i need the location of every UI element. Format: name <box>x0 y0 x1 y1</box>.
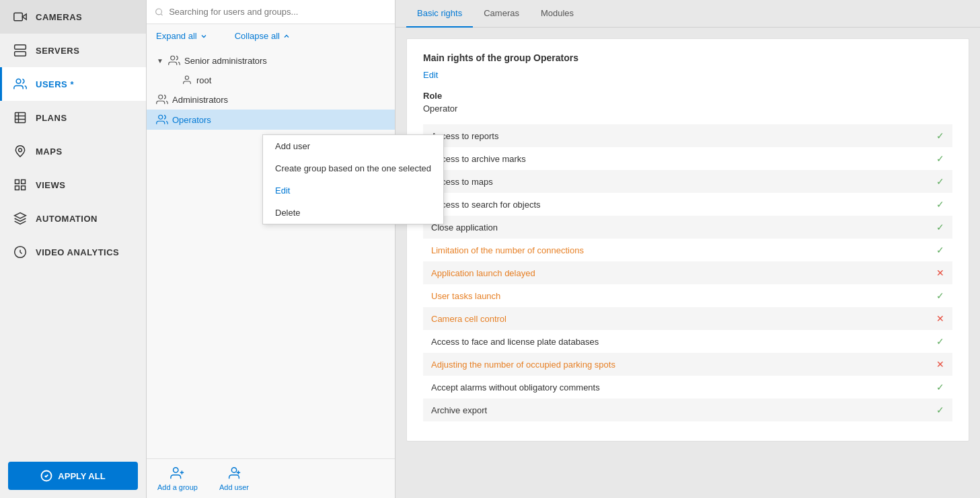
svg-point-17 <box>156 9 162 15</box>
tree-item-senior-admins[interactable]: ▼ Senior administrators <box>147 50 395 71</box>
check-icon: ✓ <box>936 382 944 392</box>
rights-row: Access to reports✓ <box>423 124 952 147</box>
sidebar-label-maps: MAPS <box>36 147 63 157</box>
svg-rect-13 <box>15 186 20 190</box>
add-group-label: Add a group <box>157 483 198 491</box>
rights-card: Main rights of the group Operators Edit … <box>406 38 969 442</box>
tab-basic-rights-label: Basic rights <box>417 8 462 18</box>
rights-row-label: Access to search for objects <box>431 200 541 210</box>
cross-icon: ✕ <box>936 267 944 278</box>
role-value: Operator <box>423 103 952 114</box>
check-icon: ✓ <box>936 245 944 255</box>
sidebar-item-views[interactable]: VIEWS <box>0 168 146 202</box>
edit-link[interactable]: Edit <box>423 70 438 80</box>
svg-rect-14 <box>22 186 26 190</box>
sidebar-item-video-analytics[interactable]: VIDEO ANALYTICS <box>0 235 146 269</box>
sidebar-item-maps[interactable]: MAPS <box>0 134 146 168</box>
rights-row: Archive export✓ <box>423 399 952 421</box>
tab-modules[interactable]: Modules <box>530 0 585 28</box>
root-label: root <box>196 75 211 85</box>
svg-point-5 <box>16 79 21 84</box>
rights-row-label: Access to archive marks <box>431 154 526 164</box>
search-input[interactable] <box>169 7 387 17</box>
svg-rect-1 <box>15 45 26 50</box>
sidebar-item-servers[interactable]: SERVERS <box>0 34 146 67</box>
rights-row-label: Adjusting the number of occupied parking… <box>431 360 615 370</box>
tab-cameras[interactable]: Cameras <box>473 0 530 28</box>
analytics-icon <box>13 245 28 259</box>
maps-icon <box>13 144 28 159</box>
checkmark-circle-icon <box>40 470 52 482</box>
tabs-bar: Basic rights Cameras Modules <box>395 0 980 28</box>
sidebar-item-cameras[interactable]: CAMERAS <box>0 0 146 34</box>
tab-basic-rights[interactable]: Basic rights <box>406 0 473 28</box>
context-menu-add-user[interactable]: Add user <box>263 135 443 157</box>
chevron-up-icon <box>282 32 291 40</box>
sidebar-item-plans[interactable]: PLANS <box>0 101 146 134</box>
expand-all-label: Expand all <box>156 31 197 41</box>
add-user-icon <box>227 466 241 481</box>
svg-point-20 <box>185 76 188 79</box>
administrators-label: Administrators <box>172 95 228 105</box>
tree-actions: Expand all Collapse all <box>147 24 395 48</box>
context-delete-label: Delete <box>275 208 301 218</box>
apply-all-button[interactable]: APPLY ALL <box>8 462 138 490</box>
plans-icon <box>13 110 28 125</box>
rights-row: Adjusting the number of occupied parking… <box>423 353 952 376</box>
rights-row-label: Accept alarms without obligatory comment… <box>431 382 600 392</box>
automation-icon <box>13 211 28 226</box>
svg-rect-0 <box>14 13 22 21</box>
senior-admins-label: Senior administrators <box>184 56 267 66</box>
context-create-group-label: Create group based on the one selected <box>275 163 431 173</box>
sidebar: CAMERAS SERVERS USERS * <box>0 0 147 498</box>
check-icon: ✓ <box>936 222 944 233</box>
tree-item-root[interactable]: root <box>147 71 395 89</box>
right-content: Main rights of the group Operators Edit … <box>395 28 980 498</box>
svg-point-26 <box>231 468 236 472</box>
check-icon: ✓ <box>936 130 944 141</box>
search-icon <box>155 7 163 17</box>
rights-row: Camera cell control✕ <box>423 307 952 330</box>
sidebar-item-users[interactable]: USERS * <box>0 67 146 101</box>
rights-row-label: Application launch delayed <box>431 268 535 278</box>
middle-bottom: Add a group Add user <box>147 458 395 498</box>
server-icon <box>13 43 28 58</box>
collapse-senior-admins-icon: ▼ <box>156 56 164 65</box>
expand-all-button[interactable]: Expand all <box>156 31 208 41</box>
group-operators-icon <box>156 114 168 126</box>
svg-point-22 <box>159 115 163 119</box>
rights-row-label: Camera cell control <box>431 314 506 324</box>
group-admin-icon <box>156 93 168 106</box>
sidebar-label-analytics: VIDEO ANALYTICS <box>36 247 119 257</box>
collapse-all-button[interactable]: Collapse all <box>235 31 291 41</box>
context-menu: Add user Create group based on the one s… <box>262 134 444 224</box>
context-add-user-label: Add user <box>275 141 310 151</box>
rights-row: Limitation of the number of connections✓ <box>423 239 952 261</box>
add-group-action[interactable]: Add a group <box>157 466 198 491</box>
collapse-all-label: Collapse all <box>235 31 280 41</box>
check-icon: ✓ <box>936 405 944 415</box>
context-edit-label: Edit <box>275 185 290 196</box>
tree-item-administrators[interactable]: Administrators <box>147 89 395 110</box>
chevron-down-icon <box>200 32 208 40</box>
sidebar-label-cameras: CAMERAS <box>36 12 82 22</box>
rights-title: Main rights of the group Operators <box>423 52 952 63</box>
rights-row: Access to search for objects✓ <box>423 193 952 216</box>
user-icon <box>182 75 192 85</box>
check-icon: ✓ <box>936 290 944 301</box>
context-menu-create-group[interactable]: Create group based on the one selected <box>263 157 443 179</box>
context-menu-delete[interactable]: Delete <box>263 202 443 224</box>
rights-row: Access to maps✓ <box>423 170 952 193</box>
sidebar-item-automation[interactable]: AUTOMATION <box>0 202 146 235</box>
add-user-action[interactable]: Add user <box>219 466 249 491</box>
rights-row: Application launch delayed✕ <box>423 261 952 284</box>
middle-panel: Expand all Collapse all ▼ Senior adminis… <box>147 0 395 498</box>
tab-modules-label: Modules <box>541 8 574 18</box>
sidebar-label-automation: AUTOMATION <box>36 214 98 224</box>
svg-point-23 <box>174 468 178 472</box>
role-label: Role <box>423 91 952 101</box>
rights-row: Close application✓ <box>423 216 952 239</box>
tree-item-operators[interactable]: Operators <box>147 110 395 130</box>
context-menu-edit[interactable]: Edit <box>263 179 443 202</box>
check-icon: ✓ <box>936 176 944 187</box>
